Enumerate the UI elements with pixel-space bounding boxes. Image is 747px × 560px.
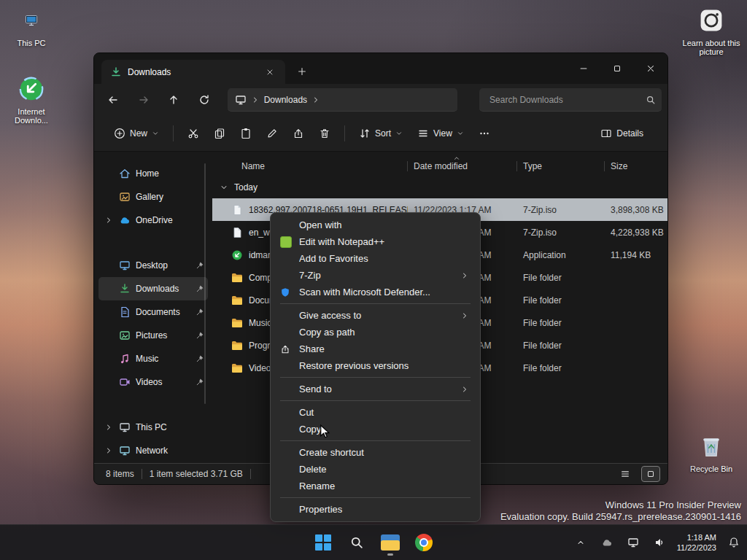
new-button[interactable]: New	[107, 121, 166, 146]
file-icon	[231, 227, 243, 238]
sidebar-item-home[interactable]: Home	[98, 162, 208, 185]
group-header-today[interactable]: Today	[212, 176, 667, 198]
details-button[interactable]: Details	[594, 121, 650, 146]
chevron-down-icon[interactable]	[220, 183, 228, 192]
context-menu-item-share[interactable]: Share	[274, 341, 476, 357]
cut-button[interactable]	[181, 121, 206, 146]
breadcrumb-downloads[interactable]: Downloads	[264, 95, 307, 105]
taskbar-chrome-button[interactable]	[409, 528, 438, 557]
column-header-date-modified[interactable]: Date modified	[408, 156, 517, 176]
display-tray-icon[interactable]	[624, 532, 642, 553]
desktop-icon-recycle-bin[interactable]: Recycle Bin	[680, 432, 743, 473]
context-menu-item-copy-as-path[interactable]: Copy as path	[274, 324, 476, 341]
copy-button[interactable]	[207, 121, 232, 146]
menu-separator	[280, 497, 471, 498]
sidebar-item-desktop[interactable]: Desktop	[98, 254, 208, 277]
menu-separator	[280, 377, 471, 378]
tab-downloads[interactable]: Downloads	[101, 60, 285, 84]
paste-button[interactable]	[233, 121, 258, 146]
more-options-button[interactable]	[472, 121, 497, 146]
clock-date: 11/22/2023	[677, 542, 716, 553]
sidebar-scrollbar[interactable]	[204, 163, 206, 404]
desktop-icon-this-pc[interactable]: This PC	[0, 6, 63, 47]
selection-summary: 1 item selected 3.71 GB	[150, 469, 243, 479]
share-button[interactable]	[286, 121, 311, 146]
column-header-type[interactable]: Type	[517, 156, 605, 176]
context-menu-item-send-to[interactable]: Send to	[274, 381, 476, 397]
context-menu-item-create-shortcut[interactable]: Create shortcut	[274, 444, 476, 461]
learn-picture-icon	[697, 6, 726, 35]
status-separator	[250, 469, 251, 479]
chevron-right-icon	[311, 96, 320, 104]
this-pc-icon	[17, 6, 46, 35]
new-tab-button[interactable]	[293, 62, 311, 81]
hidden-icons-chevron[interactable]	[572, 532, 589, 553]
desktop-icon-label: Recycle Bin	[690, 464, 732, 473]
search-box[interactable]	[479, 88, 662, 112]
context-menu-item-add-to-favorites[interactable]: Add to Favorites	[274, 250, 476, 267]
sidebar-item-music[interactable]: Music	[98, 347, 208, 370]
details-button-label: Details	[616, 128, 643, 139]
internet-download-manager-icon	[17, 74, 46, 104]
view-button[interactable]: View	[411, 121, 471, 146]
tab-close-button[interactable]	[260, 63, 279, 82]
sidebar-item-documents[interactable]: Documents	[98, 300, 208, 324]
context-menu-item-give-access-to[interactable]: Give access to	[274, 307, 476, 324]
title-bar[interactable]: Downloads	[94, 53, 667, 84]
evaluation-watermark: Windows 11 Pro Insider Preview Evaluatio…	[500, 499, 741, 523]
notification-bell-icon[interactable]	[725, 532, 743, 553]
file-explorer-icon	[381, 534, 400, 551]
forward-button[interactable]	[131, 88, 157, 112]
minimize-button[interactable]	[567, 53, 600, 84]
context-menu-item-7zip[interactable]: 7-Zip	[274, 267, 476, 284]
context-menu-item-copy[interactable]: Copy	[274, 421, 476, 438]
start-button[interactable]	[309, 528, 338, 557]
context-menu-item-open-with[interactable]: Open with	[274, 217, 476, 233]
details-view-toggle[interactable]	[616, 467, 634, 481]
context-menu-item-cut[interactable]: Cut	[274, 404, 476, 421]
close-button[interactable]	[634, 53, 667, 84]
clock-time: 1:18 AM	[677, 532, 716, 542]
context-menu-item-delete[interactable]: Delete	[274, 461, 476, 478]
sort-button[interactable]: Sort	[352, 121, 409, 146]
context-menu-item-scan-with-defender[interactable]: Scan with Microsoft Defender...	[274, 284, 476, 300]
sidebar-item-this-pc[interactable]: This PC	[98, 416, 208, 439]
context-menu-item-restore-previous-versions[interactable]: Restore previous versions	[274, 357, 476, 374]
chevron-right-icon[interactable]	[104, 446, 114, 455]
column-header-name[interactable]: Name	[212, 156, 408, 176]
large-icons-view-toggle[interactable]	[641, 466, 660, 482]
desktop-icon-label: Learn about this picture	[680, 39, 743, 56]
search-input[interactable]	[488, 94, 646, 106]
sidebar-item-gallery[interactable]: Gallery	[98, 185, 208, 209]
context-menu-item-rename[interactable]: Rename	[274, 478, 476, 494]
delete-button[interactable]	[312, 121, 337, 146]
maximize-button[interactable]	[600, 53, 634, 84]
chevron-right-icon[interactable]	[104, 216, 114, 225]
desktop-icon-learn-picture[interactable]: Learn about this picture	[680, 6, 743, 56]
sidebar-item-onedrive[interactable]: OneDrive	[98, 209, 208, 232]
submenu-chevron-icon	[460, 271, 471, 280]
taskbar-search-button[interactable]	[342, 528, 371, 557]
sidebar-item-pictures[interactable]: Pictures	[98, 324, 208, 347]
chrome-icon	[415, 534, 433, 551]
sidebar-item-downloads[interactable]: Downloads	[98, 277, 208, 300]
clock[interactable]: 1:18 AM 11/22/2023	[677, 532, 716, 553]
desktop-icon-idm[interactable]: Internet Downlo...	[0, 74, 63, 125]
volume-tray-icon[interactable]	[651, 532, 668, 553]
context-menu-item-properties[interactable]: Properties	[274, 501, 476, 518]
address-bar[interactable]: Downloads	[228, 88, 457, 112]
up-button[interactable]	[160, 88, 187, 112]
taskbar-file-explorer-button[interactable]	[376, 528, 405, 557]
column-header-size[interactable]: Size	[605, 156, 667, 176]
refresh-button[interactable]	[191, 88, 217, 112]
sidebar-item-network[interactable]: Network	[98, 439, 208, 462]
menu-separator	[280, 400, 471, 401]
context-menu-item-edit-with-notepadpp[interactable]: Edit with Notepad++	[274, 233, 476, 250]
sidebar-item-videos[interactable]: Videos	[98, 370, 208, 394]
chevron-right-icon[interactable]	[104, 423, 114, 432]
rename-button[interactable]	[260, 121, 285, 146]
folder-icon	[231, 340, 243, 351]
back-button[interactable]	[100, 88, 126, 112]
desktop-folder-icon	[119, 260, 131, 271]
onedrive-tray-icon[interactable]	[598, 532, 616, 553]
